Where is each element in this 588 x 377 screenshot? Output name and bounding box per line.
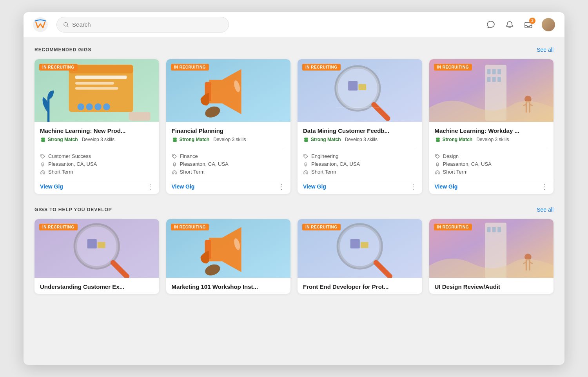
main-content: RECOMMENDED GIGS See all IN RECRUITING bbox=[24, 37, 564, 316]
card-1-title: Machine Learning: New Prod... bbox=[40, 127, 154, 134]
card-2-duration-row: Short Term bbox=[172, 169, 285, 175]
develop-card-3-badge: IN RECRUITING bbox=[302, 224, 341, 230]
card-4-more-menu[interactable]: ⋮ bbox=[541, 183, 548, 190]
card-3-more-menu[interactable]: ⋮ bbox=[410, 183, 417, 190]
card-3-meta: Engineering Pleasanton, CA, USA bbox=[303, 153, 417, 175]
svg-point-11 bbox=[86, 103, 93, 111]
card-1-category-row: Customer Success bbox=[40, 153, 154, 159]
card-4-body: Machine Learning: Workday ... Strong Mat… bbox=[429, 122, 554, 179]
develop-card-1-image: IN RECRUITING bbox=[34, 219, 159, 278]
bell-icon bbox=[505, 20, 514, 29]
svg-point-12 bbox=[94, 103, 102, 111]
recommended-gigs-see-all[interactable]: See all bbox=[537, 47, 554, 53]
svg-rect-70 bbox=[487, 227, 490, 232]
card-1-image: IN RECRUITING bbox=[34, 59, 159, 122]
svg-point-28 bbox=[173, 163, 176, 165]
develop-card-3-image: IN RECRUITING bbox=[298, 219, 422, 278]
develop-card-1-body: Understanding Customer Ex... bbox=[34, 278, 159, 294]
develop-gigs-title: GIGS TO HELP YOU DEVELOP bbox=[34, 207, 112, 212]
chat-icon-button[interactable] bbox=[485, 19, 496, 30]
card-3-image: IN RECRUITING bbox=[298, 59, 422, 122]
develop-gigs-see-all[interactable]: See all bbox=[537, 207, 554, 213]
recommended-gigs-title: RECOMMENDED GIGS bbox=[34, 47, 91, 53]
svg-point-19 bbox=[42, 163, 44, 165]
tag-icon-3 bbox=[303, 154, 309, 159]
card-4-title: Machine Learning: Workday ... bbox=[435, 127, 548, 134]
svg-rect-7 bbox=[75, 76, 127, 79]
home-icon-4 bbox=[435, 169, 440, 175]
card-1-body: Machine Learning: New Prod... Strong Mat… bbox=[34, 122, 159, 179]
develop-card-1-badge: IN RECRUITING bbox=[39, 224, 78, 230]
card-4-category-row: Design bbox=[435, 153, 548, 159]
search-input[interactable] bbox=[72, 21, 222, 28]
header: 3 bbox=[24, 12, 564, 37]
card-2-category-row: Finance bbox=[172, 153, 285, 159]
develop-card-3: IN RECRUITING bbox=[298, 219, 422, 294]
card-3-divider bbox=[303, 150, 417, 150]
svg-rect-9 bbox=[75, 87, 118, 90]
svg-point-52 bbox=[436, 155, 437, 156]
recommended-gigs-grid: IN RECRUITING bbox=[34, 59, 554, 194]
recommended-gigs-header: RECOMMENDED GIGS See all bbox=[34, 47, 554, 53]
app-window: 3 RECOMMENDED GIGS See all IN RECRUITING bbox=[24, 12, 564, 365]
card-2-title: Financial Planning bbox=[172, 127, 285, 134]
svg-rect-66 bbox=[350, 239, 360, 248]
card-1-duration-row: Short Term bbox=[40, 169, 154, 175]
svg-rect-42 bbox=[487, 69, 490, 74]
develop-card-2: IN RECRUITING bbox=[166, 219, 291, 294]
svg-rect-5 bbox=[69, 65, 133, 73]
card-4-footer: View Gig ⋮ bbox=[429, 179, 554, 194]
card-4-view-gig[interactable]: View Gig bbox=[435, 183, 458, 190]
svg-rect-71 bbox=[492, 227, 495, 232]
develop-card-3-body: Front End Developer for Prot... bbox=[298, 278, 422, 294]
bell-icon-button[interactable] bbox=[504, 19, 515, 30]
develop-card-1-title: Understanding Customer Ex... bbox=[40, 283, 154, 290]
svg-point-18 bbox=[42, 155, 42, 156]
card-3-match-row: Strong Match Develop 3 skills bbox=[303, 136, 417, 143]
card-4-badge: IN RECRUITING bbox=[434, 64, 472, 71]
card-4-duration-row: Short Term bbox=[435, 169, 548, 175]
card-3-develop: Develop 3 skills bbox=[345, 137, 377, 142]
recommended-gigs-section: RECOMMENDED GIGS See all IN RECRUITING bbox=[34, 47, 554, 194]
card-1-view-gig[interactable]: View Gig bbox=[40, 183, 63, 190]
card-3-duration-row: Short Term bbox=[303, 169, 417, 175]
card-1-location-row: Pleasanton, CA, USA bbox=[40, 161, 154, 167]
develop-card-2-image: IN RECRUITING bbox=[166, 219, 291, 278]
gig-card-2: IN RECRUITING bbox=[166, 59, 291, 194]
inbox-icon-button[interactable]: 3 bbox=[523, 19, 534, 30]
workday-logo bbox=[33, 17, 48, 32]
svg-rect-46 bbox=[492, 77, 495, 82]
svg-point-39 bbox=[305, 163, 307, 165]
svg-rect-67 bbox=[361, 242, 368, 248]
gig-card-4: IN RECRUITING bbox=[429, 59, 554, 194]
card-1-badge: IN RECRUITING bbox=[39, 64, 78, 71]
card-3-view-gig[interactable]: View Gig bbox=[303, 183, 326, 190]
location-icon-1 bbox=[40, 161, 45, 167]
card-3-title: Data Mining Customer Feedb... bbox=[303, 127, 417, 134]
svg-point-25 bbox=[174, 138, 177, 140]
card-2-meta: Finance Pleasanton, CA, USA bbox=[172, 153, 285, 175]
card-1-more-menu[interactable]: ⋮ bbox=[147, 183, 154, 190]
match-icon-4 bbox=[435, 136, 441, 143]
card-1-match: Strong Match bbox=[40, 136, 78, 143]
svg-rect-26 bbox=[173, 140, 177, 142]
gig-card-1: IN RECRUITING bbox=[34, 59, 159, 194]
card-2-more-menu[interactable]: ⋮ bbox=[278, 183, 285, 190]
home-icon-3 bbox=[303, 169, 309, 175]
card-2-match-row: Strong Match Develop 3 skills bbox=[172, 136, 285, 143]
svg-point-16 bbox=[43, 138, 45, 140]
user-avatar[interactable] bbox=[542, 18, 555, 31]
chat-icon bbox=[486, 20, 495, 29]
svg-rect-58 bbox=[98, 242, 105, 248]
card-4-location-row: Pleasanton, CA, USA bbox=[435, 161, 548, 167]
card-1-divider bbox=[40, 150, 154, 150]
develop-gigs-header: GIGS TO HELP YOU DEVELOP See all bbox=[34, 207, 554, 213]
svg-rect-14 bbox=[129, 112, 151, 121]
card-2-view-gig[interactable]: View Gig bbox=[172, 183, 195, 190]
card-1-match-row: Strong Match Develop 3 skills bbox=[40, 136, 154, 143]
develop-gigs-section: GIGS TO HELP YOU DEVELOP See all IN RECR… bbox=[34, 207, 554, 294]
card-3-category-row: Engineering bbox=[303, 153, 417, 159]
develop-card-1: IN RECRUITING bbox=[34, 219, 159, 294]
card-2-body: Financial Planning Strong Match Deve bbox=[166, 122, 291, 179]
search-bar[interactable] bbox=[56, 17, 229, 33]
